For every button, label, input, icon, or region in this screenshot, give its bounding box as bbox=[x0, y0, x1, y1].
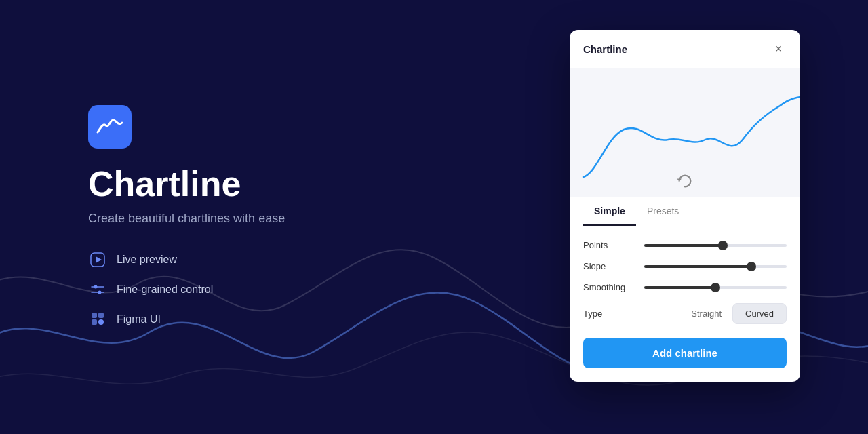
svg-rect-7 bbox=[98, 313, 104, 318]
type-options: Straight Curved bbox=[644, 303, 787, 324]
tab-bar: Simple Presets bbox=[570, 197, 800, 226]
feature-live-preview: Live preview bbox=[88, 250, 488, 269]
smoothing-slider[interactable] bbox=[644, 286, 787, 289]
svg-marker-1 bbox=[96, 256, 102, 263]
feature-fine-control: Fine-grained control bbox=[88, 280, 488, 299]
close-button[interactable]: × bbox=[770, 41, 787, 57]
points-control: Points bbox=[583, 240, 787, 250]
sliders-icon bbox=[88, 280, 107, 299]
chart-preview-area bbox=[570, 68, 800, 197]
refresh-icon[interactable] bbox=[677, 173, 693, 189]
app-icon bbox=[88, 105, 132, 149]
app-subtitle: Create beautiful chartlines with ease bbox=[88, 212, 488, 226]
svg-rect-6 bbox=[92, 313, 97, 318]
slope-control: Slope bbox=[583, 261, 787, 271]
features-list: Live preview Fine-grained control bbox=[88, 250, 488, 329]
slope-slider[interactable] bbox=[644, 265, 787, 268]
left-panel: Chartline Create beautiful chartlines wi… bbox=[0, 0, 488, 434]
tab-simple[interactable]: Simple bbox=[583, 197, 636, 226]
play-icon bbox=[88, 250, 107, 269]
svg-point-3 bbox=[94, 285, 98, 289]
smoothing-control: Smoothing bbox=[583, 282, 787, 292]
app-title: Chartline bbox=[88, 165, 488, 203]
tab-presets[interactable]: Presets bbox=[636, 197, 690, 226]
dialog-title: Chartline bbox=[583, 43, 627, 55]
type-label: Type bbox=[583, 309, 636, 319]
svg-point-5 bbox=[98, 291, 102, 294]
points-slider[interactable] bbox=[644, 244, 787, 247]
points-label: Points bbox=[583, 240, 636, 250]
feature-figma-ui-label: Figma UI bbox=[117, 313, 161, 326]
type-control: Type Straight Curved bbox=[583, 303, 787, 324]
slope-label: Slope bbox=[583, 261, 636, 271]
add-chartline-button[interactable]: Add chartline bbox=[583, 338, 787, 368]
feature-fine-control-label: Fine-grained control bbox=[117, 283, 213, 296]
feature-live-preview-label: Live preview bbox=[117, 254, 177, 266]
controls-panel: Points Slope Smoothing Type bbox=[570, 226, 800, 338]
svg-point-9 bbox=[98, 319, 104, 325]
feature-figma-ui: Figma UI bbox=[88, 310, 488, 329]
smoothing-label: Smoothing bbox=[583, 282, 636, 292]
chartline-dialog: Chartline × Simple Presets Points bbox=[570, 30, 800, 382]
straight-label: Straight bbox=[691, 309, 722, 319]
svg-rect-8 bbox=[92, 319, 97, 325]
curved-button[interactable]: Curved bbox=[732, 303, 787, 324]
dialog-header: Chartline × bbox=[570, 30, 800, 68]
figma-icon bbox=[88, 310, 107, 329]
